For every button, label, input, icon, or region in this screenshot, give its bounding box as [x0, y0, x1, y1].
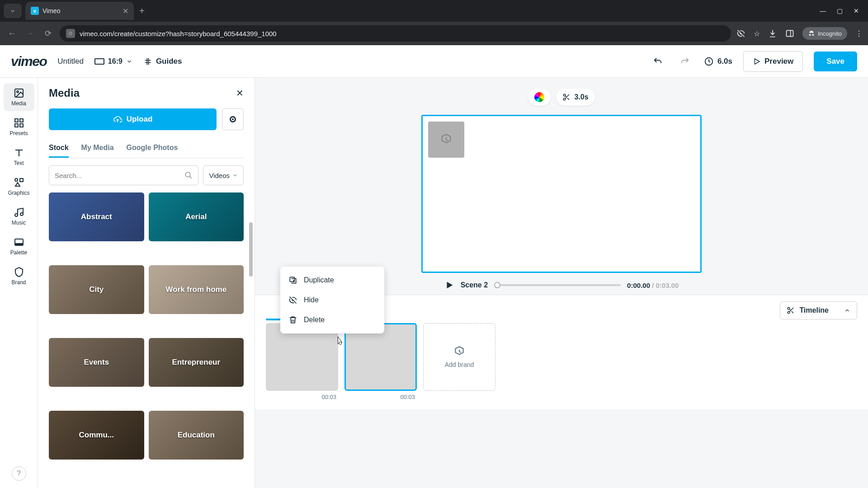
svg-point-16 — [788, 307, 790, 310]
back-button[interactable]: ← — [5, 29, 18, 38]
forward-button[interactable]: → — [24, 29, 36, 38]
downloads-icon[interactable] — [768, 29, 777, 38]
canvas-frame[interactable] — [421, 115, 702, 273]
rail-brand[interactable]: Brand — [4, 262, 34, 290]
svg-rect-12 — [15, 243, 23, 245]
canvas-toolbar: 3.0s — [255, 78, 868, 111]
rail-presets[interactable]: Presets — [4, 113, 34, 141]
play-icon — [753, 57, 761, 66]
tab-google-photos[interactable]: Google Photos — [127, 139, 178, 158]
duration-display[interactable]: 6.0s — [704, 56, 732, 66]
clock-icon — [704, 56, 714, 66]
tab-search-button[interactable] — [4, 4, 22, 18]
progress-handle[interactable] — [494, 282, 500, 288]
rail-palette[interactable]: Palette — [4, 232, 34, 260]
url-bar[interactable]: ⚙ vimeo.com/create/customize?hash=storyb… — [60, 25, 731, 42]
scissors-icon — [787, 306, 795, 314]
timeline-toggle[interactable]: Timeline — [780, 301, 857, 319]
maximize-icon[interactable]: ▢ — [837, 7, 843, 14]
context-delete[interactable]: Delete — [280, 310, 384, 330]
minimize-icon[interactable]: — — [820, 7, 826, 14]
side-panel-icon[interactable] — [785, 29, 794, 38]
search-icon — [184, 171, 193, 179]
add-brand-card[interactable]: Add brand — [423, 323, 495, 391]
aspect-ratio-selector[interactable]: 16:9 — [94, 57, 132, 66]
svg-point-9 — [15, 178, 18, 181]
cloud-upload-icon — [113, 115, 122, 124]
vimeo-logo[interactable]: vimeo — [11, 54, 47, 69]
media-panel: Media ✕ Upload Stock My Media Google Pho… — [38, 78, 255, 488]
svg-rect-6 — [20, 119, 23, 122]
svg-point-4 — [17, 91, 19, 93]
scene-thumb-1[interactable]: 00:03 — [266, 323, 338, 400]
hexagon-icon — [453, 346, 465, 357]
trim-tool[interactable]: 3.0s — [556, 89, 594, 106]
browser-toolbar: ← → ⟳ ⚙ vimeo.com/create/customize?hash=… — [0, 22, 868, 45]
media-category-work-from-home[interactable]: Work from home — [149, 265, 244, 314]
time-display: 0:00.00 / 0:03.00 — [627, 282, 679, 289]
scrollbar[interactable] — [249, 222, 253, 277]
scissors-icon — [562, 93, 571, 101]
rail-text[interactable]: Text — [4, 143, 34, 171]
color-tool[interactable] — [528, 89, 551, 106]
play-button[interactable] — [444, 280, 454, 290]
media-category-community[interactable]: Commu... — [49, 411, 144, 460]
incognito-badge[interactable]: Incognito — [802, 27, 847, 40]
close-tab-icon[interactable]: ✕ — [123, 7, 128, 15]
context-hide[interactable]: Hide — [280, 290, 384, 310]
media-category-events[interactable]: Events — [49, 338, 144, 387]
bookmark-star-icon[interactable]: ☆ — [754, 29, 760, 38]
upload-button[interactable]: Upload — [49, 108, 217, 130]
vimeo-favicon: v — [31, 7, 39, 15]
timeline-track: 00:03 00:03 Add brand — [266, 323, 857, 400]
left-rail: Media Presets Text Graphics Music Palett… — [0, 78, 38, 488]
undo-button[interactable] — [650, 53, 666, 70]
preview-button[interactable]: Preview — [743, 51, 803, 72]
svg-point-14 — [564, 94, 566, 96]
media-category-education[interactable]: Education — [149, 411, 244, 460]
eye-off-icon — [288, 296, 297, 305]
media-category-aerial[interactable]: Aerial — [149, 192, 244, 241]
media-category-entrepreneur[interactable]: Entrepreneur — [149, 338, 244, 387]
browser-tab[interactable]: v Vimeo ✕ — [25, 2, 134, 20]
progress-bar[interactable] — [494, 284, 621, 286]
brand-placeholder[interactable] — [428, 122, 464, 158]
scene-thumb-2[interactable]: 00:03 — [344, 323, 417, 400]
browser-menu-icon[interactable]: ⋮ — [855, 29, 863, 38]
svg-rect-7 — [15, 124, 18, 127]
context-duplicate[interactable]: Duplicate — [280, 270, 384, 290]
project-title[interactable]: Untitled — [57, 57, 84, 66]
close-window-icon[interactable]: ✕ — [854, 7, 859, 14]
media-tabs: Stock My Media Google Photos — [49, 139, 244, 158]
tab-stock[interactable]: Stock — [49, 139, 69, 158]
save-button[interactable]: Save — [814, 52, 857, 71]
guides-button[interactable]: Guides — [143, 57, 182, 66]
media-type-filter[interactable]: Videos — [203, 165, 244, 185]
aspect-icon — [94, 58, 104, 65]
window-controls: — ▢ ✕ — [820, 7, 868, 14]
redo-button[interactable] — [677, 53, 693, 70]
eye-off-icon[interactable] — [736, 29, 745, 38]
trash-icon — [288, 315, 297, 324]
media-category-abstract[interactable]: Abstract — [49, 192, 144, 241]
rail-music[interactable]: Music — [4, 202, 34, 230]
svg-rect-8 — [20, 124, 23, 127]
panel-title: Media — [49, 87, 80, 99]
svg-point-13 — [186, 172, 191, 177]
record-button[interactable] — [222, 108, 244, 130]
media-category-city[interactable]: City — [49, 265, 144, 314]
duplicate-icon — [288, 276, 297, 285]
search-input[interactable] — [55, 172, 184, 179]
search-box[interactable] — [49, 165, 198, 185]
chevron-down-icon — [232, 173, 238, 178]
site-settings-icon[interactable]: ⚙ — [66, 29, 75, 38]
media-grid: Abstract Aerial City Work from home Even… — [49, 192, 244, 479]
tab-my-media[interactable]: My Media — [81, 139, 114, 158]
svg-rect-10 — [20, 178, 23, 182]
help-button[interactable]: ? — [12, 466, 26, 481]
panel-close-button[interactable]: ✕ — [236, 88, 244, 99]
reload-button[interactable]: ⟳ — [42, 28, 54, 38]
new-tab-button[interactable]: + — [139, 6, 145, 16]
rail-graphics[interactable]: Graphics — [4, 173, 34, 201]
rail-media[interactable]: Media — [4, 83, 34, 111]
